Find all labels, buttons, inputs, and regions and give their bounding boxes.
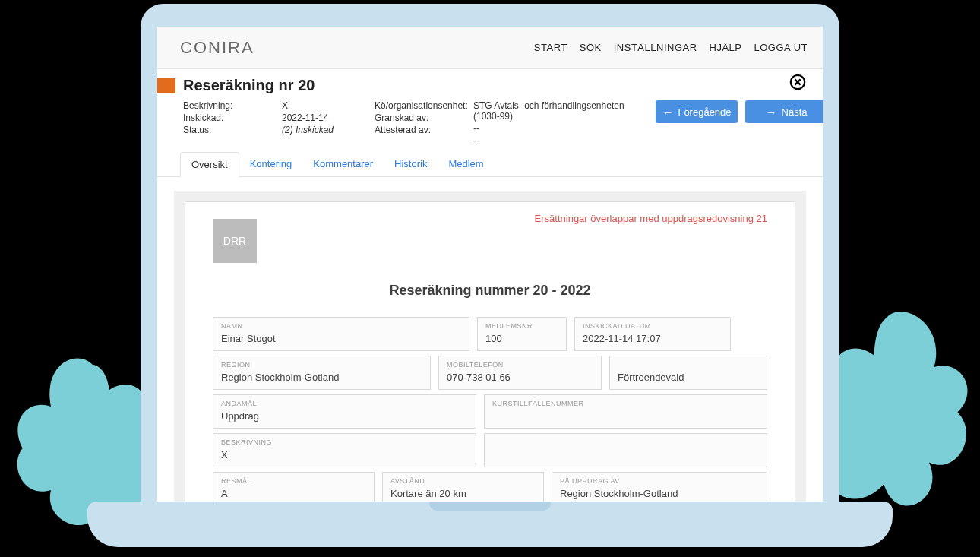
arrow-left-icon: ← [662,106,673,119]
tab-overview[interactable]: Översikt [180,152,239,177]
nav-logout[interactable]: LOGGA UT [754,42,808,53]
next-button[interactable]: → Nästa [745,100,823,123]
arrow-right-icon: → [766,106,777,119]
app-screen: CONIRA START SÖK INSTÄLLNINGAR HJÄLP LOG… [157,27,823,502]
field-behalf: PÅ UPPDRAG AV Region Stockholm-Gotland [552,472,767,502]
report-title: Reseräkning nummer 20 - 2022 [213,283,767,299]
meta-sent-value: 2022-11-14 [282,112,375,123]
field-phone: MOBILTELEFON 070-738 01 66 [438,356,602,390]
field-memberno: MEDLEMSNR 100 [477,317,567,351]
nav-help[interactable]: HJÄLP [710,42,742,53]
next-button-label: Nästa [782,106,808,118]
field-purpose: ÄNDAMÅL Uppdrag [213,394,476,429]
field-description: BESKRIVNING X [213,433,476,467]
meta-reviewed-value: -- [473,123,640,134]
meta-status-value: (2) Inskickad [282,125,375,135]
field-grid: NAMN Einar Stogot MEDLEMSNR 100 INSKICKA… [213,317,767,502]
meta-queue-label: Kö/organisationsenhet: [375,100,473,111]
meta-status-label: Status: [183,125,282,135]
prev-button-label: Föregående [678,106,731,118]
top-nav: START SÖK INSTÄLLNINGAR HJÄLP LOGGA UT [534,42,808,53]
prev-button[interactable]: ← Föregående [656,100,738,123]
field-destination: RESMÅL A [213,472,375,502]
content-area: DRR Ersättningar överlappar med uppdrags… [174,191,806,502]
nav-settings[interactable]: INSTÄLLNINGAR [614,42,697,53]
meta-sent-label: Inskickad: [183,112,282,123]
field-extra [484,433,767,467]
page-title: Reseräkning nr 20 [183,77,823,94]
field-sentdate: INSKICKAD DATUM 2022-11-14 17:07 [574,317,731,351]
tab-member[interactable]: Medlem [438,152,494,176]
tab-comments[interactable]: Kommentarer [302,152,384,176]
laptop-notch [429,502,551,511]
nav-search[interactable]: SÖK [580,42,602,53]
report-badge: DRR [213,219,257,263]
meta-queue-value: STG Avtals- och förhandlingsenheten (103… [473,100,640,122]
brand-logo: CONIRA [180,38,254,58]
field-courseno: KURSTILLFÄLLENUMMER [484,394,767,429]
close-icon[interactable] [789,74,806,93]
status-color-block [157,78,175,93]
meta-attested-label: Attesterad av: [375,125,473,135]
meta-desc-label: Beskrivning: [183,100,282,111]
report-paper: DRR Ersättningar överlappar med uppdrags… [185,201,795,502]
nav-start[interactable]: START [534,42,567,53]
tab-accounting[interactable]: Kontering [239,152,303,176]
top-bar: CONIRA START SÖK INSTÄLLNINGAR HJÄLP LOG… [157,27,823,69]
meta-desc-value: X [282,100,375,111]
tab-bar: Översikt Kontering Kommentarer Historik … [157,152,823,177]
meta-attested-value: -- [473,135,640,146]
field-region: REGION Region Stockholm-Gotland [213,356,431,390]
field-name: NAMN Einar Stogot [213,317,469,351]
field-role: Förtroendevald [609,356,767,390]
tab-history[interactable]: Historik [384,152,438,176]
meta-reviewed-label: Granskad av: [375,112,473,123]
overlap-warning: Ersättningar överlappar med uppdragsredo… [535,213,767,224]
page-header: Reseräkning nr 20 Beskrivning: Inskickad… [157,69,823,152]
field-distance: AVSTÅND Kortare än 20 km [382,472,544,502]
laptop-mockup: CONIRA START SÖK INSTÄLLNINGAR HJÄLP LOG… [87,0,893,557]
